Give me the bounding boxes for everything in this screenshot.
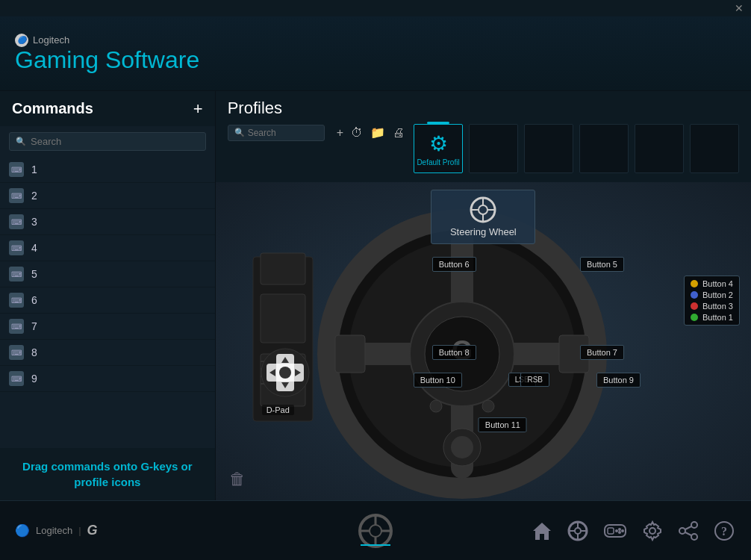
wheel-area: G LSB RSB bbox=[216, 182, 751, 500]
profile-slot-1[interactable]: ⚙ Default Profil bbox=[414, 124, 463, 173]
button3-label: Button 3 bbox=[702, 302, 733, 311]
cmd-label: 2 bbox=[31, 190, 37, 202]
list-item[interactable]: ⌨ 6 bbox=[0, 287, 215, 314]
bottom-company-name: Logitech bbox=[36, 525, 72, 536]
steering-wheel-box[interactable]: Steering Wheel bbox=[431, 190, 535, 244]
cmd-icon: ⌨ bbox=[9, 214, 24, 229]
svg-point-16 bbox=[430, 400, 442, 412]
button5-label[interactable]: Button 5 bbox=[580, 257, 624, 272]
list-item[interactable]: ⌨ 9 bbox=[0, 366, 215, 392]
list-item[interactable]: ⌨ 3 bbox=[0, 209, 215, 235]
svg-text:?: ? bbox=[721, 525, 727, 538]
svg-point-41 bbox=[370, 525, 381, 537]
profile-slot-5[interactable] bbox=[635, 124, 684, 173]
svg-rect-14 bbox=[335, 335, 365, 373]
svg-point-60 bbox=[691, 522, 697, 528]
logitech-bottom-icon: 🔵 bbox=[15, 523, 30, 538]
list-item[interactable]: ⌨ 5 bbox=[0, 261, 215, 287]
add-command-button[interactable]: + bbox=[193, 101, 203, 117]
settings-icon bbox=[642, 520, 663, 541]
button9-label[interactable]: Button 9 bbox=[596, 373, 641, 388]
button1-label: Button 1 bbox=[702, 313, 733, 322]
svg-point-61 bbox=[679, 528, 685, 534]
trash-button[interactable]: 🗑 bbox=[229, 470, 246, 489]
bottom-logo: 🔵 Logitech | G bbox=[15, 523, 134, 538]
app-title: Gaming Software bbox=[15, 47, 239, 73]
profile-slot-4[interactable] bbox=[579, 124, 629, 173]
button10-label[interactable]: Button 10 bbox=[414, 373, 462, 388]
svg-line-64 bbox=[685, 532, 691, 535]
svg-point-55 bbox=[618, 528, 621, 531]
controller-nav-button[interactable] bbox=[602, 519, 629, 543]
button6-label[interactable]: Button 6 bbox=[432, 257, 476, 272]
cmd-label: 9 bbox=[31, 373, 37, 385]
home-nav-button[interactable] bbox=[530, 519, 554, 543]
wheel-nav-button[interactable] bbox=[566, 519, 590, 543]
cmd-icon: ⌨ bbox=[9, 319, 24, 334]
profile-print-button[interactable]: 🖨 bbox=[391, 125, 406, 141]
svg-rect-21 bbox=[261, 253, 305, 284]
profile-slots: ⚙ Default Profil bbox=[414, 124, 739, 173]
list-item[interactable]: ⌨ 4 bbox=[0, 235, 215, 261]
commands-search-input[interactable] bbox=[31, 136, 199, 147]
sidebar: Commands + 🔍 ⌨ 1 ⌨ 2 ⌨ 3 ⌨ 4 bbox=[0, 91, 216, 500]
button8-label[interactable]: Button 8 bbox=[432, 345, 476, 360]
cmd-icon: ⌨ bbox=[9, 371, 24, 386]
profile-folder-button[interactable]: 📁 bbox=[369, 124, 387, 141]
controller-icon bbox=[603, 520, 627, 541]
commands-title: Commands bbox=[12, 100, 93, 117]
list-item[interactable]: ⌨ 8 bbox=[0, 340, 215, 366]
list-item[interactable]: ⌨ 2 bbox=[0, 183, 215, 209]
bottom-separator: | bbox=[78, 525, 81, 536]
cmd-label: 7 bbox=[31, 320, 37, 332]
profile-search-input[interactable] bbox=[248, 128, 318, 138]
button1-abxy[interactable]: Button 1 bbox=[691, 313, 733, 322]
list-item[interactable]: ⌨ 7 bbox=[0, 314, 215, 340]
commands-search-box[interactable]: 🔍 bbox=[9, 132, 206, 151]
profile-search-box[interactable]: 🔍 bbox=[228, 125, 325, 141]
close-button[interactable]: ✕ bbox=[732, 2, 747, 14]
help-nav-button[interactable]: ? bbox=[712, 519, 736, 543]
svg-point-58 bbox=[615, 529, 618, 532]
settings-nav-button[interactable] bbox=[641, 519, 664, 543]
cmd-icon: ⌨ bbox=[9, 162, 24, 177]
cmd-icon: ⌨ bbox=[9, 188, 24, 203]
cmd-label: 5 bbox=[31, 268, 37, 280]
svg-point-35 bbox=[479, 205, 487, 214]
cmd-label: 6 bbox=[31, 294, 37, 306]
profile-slot-3[interactable] bbox=[524, 124, 573, 173]
add-profile-button[interactable]: + bbox=[335, 125, 345, 141]
share-nav-button[interactable] bbox=[676, 519, 700, 543]
header: 🔵 Logitech Gaming Software bbox=[0, 16, 751, 91]
button3-abxy[interactable]: Button 3 bbox=[691, 302, 733, 311]
profiles-controls: 🔍 + ⏱ 📁 🖨 bbox=[228, 124, 406, 141]
profile-slot-2[interactable] bbox=[469, 124, 518, 173]
main-content: Commands + 🔍 ⌨ 1 ⌨ 2 ⌨ 3 ⌨ 4 bbox=[0, 91, 751, 500]
profile-icons-row: + ⏱ 📁 🖨 bbox=[335, 124, 406, 141]
right-area: Profiles 🔍 + ⏱ 📁 🖨 bbox=[216, 91, 751, 500]
logo-area: 🔵 Logitech Gaming Software bbox=[15, 34, 239, 73]
cmd-icon: ⌨ bbox=[9, 345, 24, 360]
active-indicator bbox=[361, 544, 390, 546]
svg-rect-20 bbox=[261, 294, 305, 343]
bottom-wheel-area bbox=[358, 514, 393, 548]
company-name: Logitech bbox=[33, 34, 69, 46]
button4-abxy[interactable]: Button 4 bbox=[691, 279, 733, 288]
svg-line-63 bbox=[685, 526, 691, 529]
list-item[interactable]: ⌨ 1 bbox=[0, 157, 215, 183]
button2-abxy[interactable]: Button 2 bbox=[691, 290, 733, 299]
bottom-wheel-icon bbox=[358, 514, 393, 548]
bottom-g-label: G bbox=[87, 523, 98, 538]
profiles-title: Profiles bbox=[228, 99, 739, 118]
bottom-nav: ? bbox=[530, 519, 736, 543]
y-dot bbox=[691, 280, 698, 287]
svg-point-56 bbox=[621, 529, 624, 532]
profile-history-button[interactable]: ⏱ bbox=[349, 125, 364, 141]
dpad-label: D-Pad bbox=[262, 405, 294, 415]
button11-label[interactable]: Button 11 bbox=[479, 417, 527, 432]
button7-label[interactable]: Button 7 bbox=[580, 345, 624, 360]
rsb-label[interactable]: RSB bbox=[520, 373, 549, 387]
logo-logitech: 🔵 Logitech bbox=[15, 34, 239, 47]
profile-slot-6[interactable] bbox=[690, 124, 739, 173]
cmd-label: 3 bbox=[31, 216, 37, 228]
